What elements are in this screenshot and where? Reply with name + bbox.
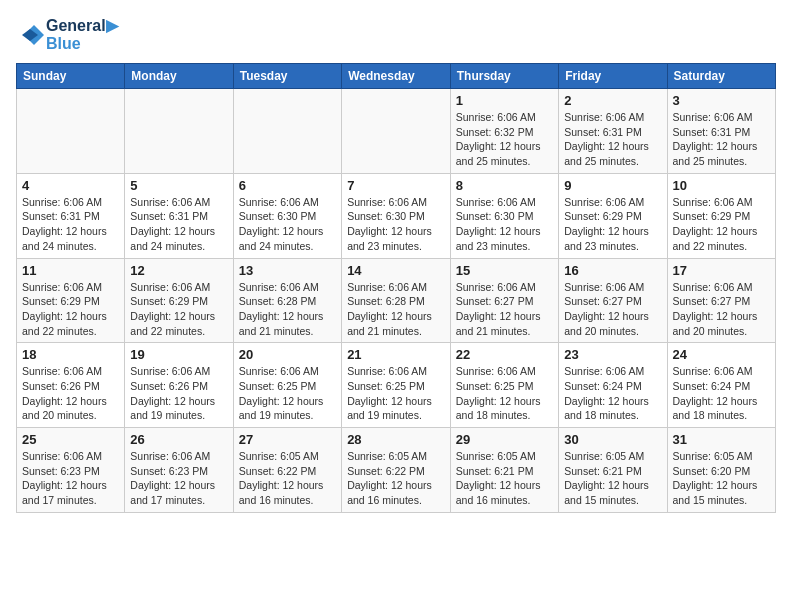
day-detail: Sunrise: 6:06 AM Sunset: 6:30 PM Dayligh… bbox=[239, 195, 336, 254]
page-header: General▶ Blue bbox=[16, 16, 776, 53]
day-number: 3 bbox=[673, 93, 771, 108]
day-detail: Sunrise: 6:06 AM Sunset: 6:32 PM Dayligh… bbox=[456, 110, 553, 169]
day-number: 14 bbox=[347, 263, 445, 278]
logo-icon bbox=[16, 21, 44, 49]
calendar-cell: 7Sunrise: 6:06 AM Sunset: 6:30 PM Daylig… bbox=[342, 173, 451, 258]
calendar-cell: 16Sunrise: 6:06 AM Sunset: 6:27 PM Dayli… bbox=[559, 258, 667, 343]
day-number: 4 bbox=[22, 178, 119, 193]
day-number: 10 bbox=[673, 178, 771, 193]
col-header-tuesday: Tuesday bbox=[233, 64, 341, 89]
day-number: 2 bbox=[564, 93, 661, 108]
calendar-cell: 27Sunrise: 6:05 AM Sunset: 6:22 PM Dayli… bbox=[233, 428, 341, 513]
day-number: 23 bbox=[564, 347, 661, 362]
calendar-week-1: 4Sunrise: 6:06 AM Sunset: 6:31 PM Daylig… bbox=[17, 173, 776, 258]
day-number: 1 bbox=[456, 93, 553, 108]
day-detail: Sunrise: 6:06 AM Sunset: 6:31 PM Dayligh… bbox=[130, 195, 227, 254]
calendar-cell: 23Sunrise: 6:06 AM Sunset: 6:24 PM Dayli… bbox=[559, 343, 667, 428]
day-number: 24 bbox=[673, 347, 771, 362]
day-detail: Sunrise: 6:06 AM Sunset: 6:24 PM Dayligh… bbox=[564, 364, 661, 423]
calendar-cell: 8Sunrise: 6:06 AM Sunset: 6:30 PM Daylig… bbox=[450, 173, 558, 258]
day-detail: Sunrise: 6:06 AM Sunset: 6:28 PM Dayligh… bbox=[347, 280, 445, 339]
calendar-cell bbox=[233, 89, 341, 174]
day-detail: Sunrise: 6:06 AM Sunset: 6:24 PM Dayligh… bbox=[673, 364, 771, 423]
day-detail: Sunrise: 6:06 AM Sunset: 6:29 PM Dayligh… bbox=[564, 195, 661, 254]
day-detail: Sunrise: 6:06 AM Sunset: 6:30 PM Dayligh… bbox=[347, 195, 445, 254]
calendar-cell: 18Sunrise: 6:06 AM Sunset: 6:26 PM Dayli… bbox=[17, 343, 125, 428]
logo: General▶ Blue bbox=[16, 16, 118, 53]
day-detail: Sunrise: 6:06 AM Sunset: 6:31 PM Dayligh… bbox=[564, 110, 661, 169]
day-number: 28 bbox=[347, 432, 445, 447]
day-detail: Sunrise: 6:06 AM Sunset: 6:26 PM Dayligh… bbox=[22, 364, 119, 423]
calendar-cell bbox=[125, 89, 233, 174]
day-detail: Sunrise: 6:06 AM Sunset: 6:23 PM Dayligh… bbox=[22, 449, 119, 508]
calendar-cell: 2Sunrise: 6:06 AM Sunset: 6:31 PM Daylig… bbox=[559, 89, 667, 174]
day-number: 20 bbox=[239, 347, 336, 362]
calendar-cell: 20Sunrise: 6:06 AM Sunset: 6:25 PM Dayli… bbox=[233, 343, 341, 428]
day-number: 17 bbox=[673, 263, 771, 278]
col-header-thursday: Thursday bbox=[450, 64, 558, 89]
calendar-table: SundayMondayTuesdayWednesdayThursdayFrid… bbox=[16, 63, 776, 513]
calendar-cell: 6Sunrise: 6:06 AM Sunset: 6:30 PM Daylig… bbox=[233, 173, 341, 258]
calendar-cell bbox=[17, 89, 125, 174]
day-number: 12 bbox=[130, 263, 227, 278]
calendar-cell: 5Sunrise: 6:06 AM Sunset: 6:31 PM Daylig… bbox=[125, 173, 233, 258]
day-detail: Sunrise: 6:05 AM Sunset: 6:22 PM Dayligh… bbox=[239, 449, 336, 508]
calendar-week-3: 18Sunrise: 6:06 AM Sunset: 6:26 PM Dayli… bbox=[17, 343, 776, 428]
day-number: 16 bbox=[564, 263, 661, 278]
calendar-cell: 12Sunrise: 6:06 AM Sunset: 6:29 PM Dayli… bbox=[125, 258, 233, 343]
day-detail: Sunrise: 6:06 AM Sunset: 6:29 PM Dayligh… bbox=[130, 280, 227, 339]
day-detail: Sunrise: 6:06 AM Sunset: 6:29 PM Dayligh… bbox=[673, 195, 771, 254]
calendar-cell: 24Sunrise: 6:06 AM Sunset: 6:24 PM Dayli… bbox=[667, 343, 776, 428]
day-number: 19 bbox=[130, 347, 227, 362]
calendar-week-0: 1Sunrise: 6:06 AM Sunset: 6:32 PM Daylig… bbox=[17, 89, 776, 174]
calendar-cell: 1Sunrise: 6:06 AM Sunset: 6:32 PM Daylig… bbox=[450, 89, 558, 174]
calendar-header-row: SundayMondayTuesdayWednesdayThursdayFrid… bbox=[17, 64, 776, 89]
day-detail: Sunrise: 6:05 AM Sunset: 6:21 PM Dayligh… bbox=[456, 449, 553, 508]
day-detail: Sunrise: 6:06 AM Sunset: 6:25 PM Dayligh… bbox=[456, 364, 553, 423]
day-number: 27 bbox=[239, 432, 336, 447]
calendar-cell: 3Sunrise: 6:06 AM Sunset: 6:31 PM Daylig… bbox=[667, 89, 776, 174]
day-detail: Sunrise: 6:05 AM Sunset: 6:20 PM Dayligh… bbox=[673, 449, 771, 508]
calendar-week-4: 25Sunrise: 6:06 AM Sunset: 6:23 PM Dayli… bbox=[17, 428, 776, 513]
day-number: 29 bbox=[456, 432, 553, 447]
day-number: 31 bbox=[673, 432, 771, 447]
calendar-cell: 31Sunrise: 6:05 AM Sunset: 6:20 PM Dayli… bbox=[667, 428, 776, 513]
day-number: 22 bbox=[456, 347, 553, 362]
calendar-cell: 25Sunrise: 6:06 AM Sunset: 6:23 PM Dayli… bbox=[17, 428, 125, 513]
col-header-wednesday: Wednesday bbox=[342, 64, 451, 89]
day-number: 13 bbox=[239, 263, 336, 278]
calendar-cell: 28Sunrise: 6:05 AM Sunset: 6:22 PM Dayli… bbox=[342, 428, 451, 513]
day-number: 7 bbox=[347, 178, 445, 193]
calendar-cell: 22Sunrise: 6:06 AM Sunset: 6:25 PM Dayli… bbox=[450, 343, 558, 428]
day-number: 5 bbox=[130, 178, 227, 193]
calendar-cell: 4Sunrise: 6:06 AM Sunset: 6:31 PM Daylig… bbox=[17, 173, 125, 258]
day-detail: Sunrise: 6:06 AM Sunset: 6:26 PM Dayligh… bbox=[130, 364, 227, 423]
calendar-cell: 17Sunrise: 6:06 AM Sunset: 6:27 PM Dayli… bbox=[667, 258, 776, 343]
day-number: 21 bbox=[347, 347, 445, 362]
day-detail: Sunrise: 6:06 AM Sunset: 6:27 PM Dayligh… bbox=[564, 280, 661, 339]
col-header-monday: Monday bbox=[125, 64, 233, 89]
day-detail: Sunrise: 6:06 AM Sunset: 6:31 PM Dayligh… bbox=[22, 195, 119, 254]
calendar-cell: 10Sunrise: 6:06 AM Sunset: 6:29 PM Dayli… bbox=[667, 173, 776, 258]
day-detail: Sunrise: 6:06 AM Sunset: 6:31 PM Dayligh… bbox=[673, 110, 771, 169]
day-detail: Sunrise: 6:06 AM Sunset: 6:27 PM Dayligh… bbox=[456, 280, 553, 339]
day-detail: Sunrise: 6:06 AM Sunset: 6:25 PM Dayligh… bbox=[239, 364, 336, 423]
logo-text-general: General▶ bbox=[46, 16, 118, 35]
day-number: 8 bbox=[456, 178, 553, 193]
col-header-sunday: Sunday bbox=[17, 64, 125, 89]
calendar-cell: 26Sunrise: 6:06 AM Sunset: 6:23 PM Dayli… bbox=[125, 428, 233, 513]
day-detail: Sunrise: 6:06 AM Sunset: 6:28 PM Dayligh… bbox=[239, 280, 336, 339]
day-detail: Sunrise: 6:06 AM Sunset: 6:27 PM Dayligh… bbox=[673, 280, 771, 339]
col-header-saturday: Saturday bbox=[667, 64, 776, 89]
day-detail: Sunrise: 6:06 AM Sunset: 6:30 PM Dayligh… bbox=[456, 195, 553, 254]
day-detail: Sunrise: 6:05 AM Sunset: 6:22 PM Dayligh… bbox=[347, 449, 445, 508]
day-detail: Sunrise: 6:06 AM Sunset: 6:23 PM Dayligh… bbox=[130, 449, 227, 508]
day-detail: Sunrise: 6:05 AM Sunset: 6:21 PM Dayligh… bbox=[564, 449, 661, 508]
logo-text-blue: Blue bbox=[46, 35, 118, 53]
calendar-cell: 30Sunrise: 6:05 AM Sunset: 6:21 PM Dayli… bbox=[559, 428, 667, 513]
day-number: 9 bbox=[564, 178, 661, 193]
calendar-cell: 13Sunrise: 6:06 AM Sunset: 6:28 PM Dayli… bbox=[233, 258, 341, 343]
day-detail: Sunrise: 6:06 AM Sunset: 6:25 PM Dayligh… bbox=[347, 364, 445, 423]
calendar-cell: 29Sunrise: 6:05 AM Sunset: 6:21 PM Dayli… bbox=[450, 428, 558, 513]
calendar-cell: 11Sunrise: 6:06 AM Sunset: 6:29 PM Dayli… bbox=[17, 258, 125, 343]
